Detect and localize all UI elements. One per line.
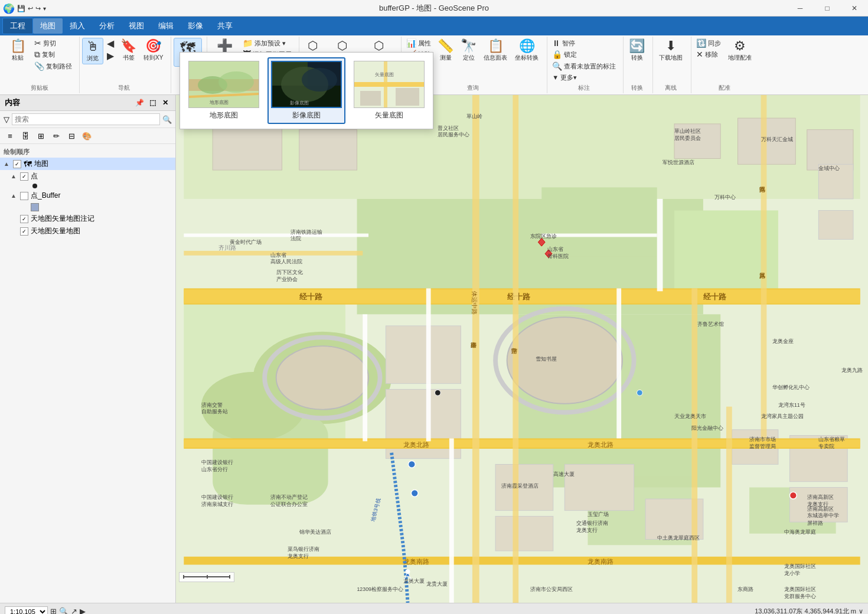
- paste-btn[interactable]: 📋 粘贴: [5, 38, 31, 63]
- layer-db-btn[interactable]: 🗄: [19, 130, 32, 142]
- svg-text:万科中心: 万科中心: [714, 194, 736, 200]
- bookmark-btn[interactable]: 🔖 书签: [118, 38, 139, 63]
- basemap-dropdown: 地形底图 地形底图 影像底图 影像底图: [180, 52, 433, 129]
- undo-btn[interactable]: ↩: [28, 5, 33, 12]
- svg-rect-16: [360, 91, 381, 106]
- menu-map[interactable]: 地图: [33, 18, 63, 34]
- remove-georef-btn[interactable]: ✕ 移除: [694, 49, 723, 60]
- svg-text:阳光金融中心: 阳光金融中心: [691, 425, 723, 431]
- layer-edit-btn[interactable]: ✏: [50, 130, 63, 142]
- sidebar-float-btn[interactable]: ⬚: [147, 97, 158, 108]
- svg-rect-63: [472, 95, 479, 603]
- clipboard-label: 剪贴板: [5, 83, 74, 92]
- tianditu-label-check[interactable]: ✓: [20, 215, 28, 223]
- georef-label: 地理配准: [728, 54, 752, 61]
- statusbar-icon-play[interactable]: ▶: [80, 607, 86, 614]
- svg-rect-67: [691, 289, 697, 603]
- statusbar-icon-arrow[interactable]: ↗: [71, 607, 77, 614]
- attributes-btn[interactable]: 📊 属性: [404, 38, 433, 48]
- menu-imagery[interactable]: 影像: [181, 18, 210, 34]
- save-btn[interactable]: 💾: [17, 5, 25, 12]
- copy-btn[interactable]: ⧉ 复制: [32, 49, 74, 60]
- svg-text:公证联合办公室: 公证联合办公室: [270, 501, 308, 507]
- tianditu-map-check[interactable]: ✓: [20, 227, 28, 236]
- search-icon[interactable]: 🔍: [162, 115, 172, 124]
- layer-item-tianditu-map[interactable]: ✓ 天地图矢量地图: [0, 225, 175, 237]
- expand-map-icon[interactable]: ▲: [4, 161, 11, 167]
- copy-path-btn[interactable]: 📎 复制路径: [32, 61, 74, 71]
- copy-icon: ⧉: [34, 50, 40, 58]
- attributes-icon: 📊: [406, 39, 416, 47]
- forward-btn[interactable]: ▶: [105, 50, 116, 62]
- sync-btn[interactable]: 🔃 同步: [694, 38, 723, 48]
- redo-btn[interactable]: ↪: [35, 5, 41, 12]
- select-icon: ⬡: [308, 40, 318, 51]
- basemap-vector[interactable]: 矢量底图 矢量底图: [350, 57, 428, 124]
- layer-item-map[interactable]: ▲ ✓ 🗺 地图: [0, 158, 175, 170]
- svg-text:齐川路: 齐川路: [218, 244, 236, 251]
- download-map-btn[interactable]: ⬇ 下载地图: [655, 38, 686, 63]
- back-btn[interactable]: ◀: [105, 38, 116, 50]
- cut-btn[interactable]: ✂ 剪切: [32, 38, 74, 48]
- map-check[interactable]: ✓: [13, 160, 21, 168]
- maximize-btn[interactable]: □: [814, 0, 841, 17]
- layer-color-btn[interactable]: 🎨: [80, 130, 93, 142]
- menu-analysis[interactable]: 分析: [92, 18, 122, 34]
- add-preset-btn[interactable]: 📁 添加预设 ▾: [240, 38, 294, 48]
- tianditu-label-name: 天地图矢量地图注记: [31, 214, 94, 224]
- scale-selector[interactable]: 1:10,105 1:5,000 1:25,000 1:50,000: [5, 606, 48, 614]
- basemap-satellite[interactable]: 影像底图 影像底图: [267, 57, 345, 124]
- add-data-icon: ➕: [217, 40, 233, 53]
- svg-text:经十路: 经十路: [299, 292, 323, 301]
- close-btn[interactable]: ✕: [841, 0, 868, 17]
- satellite-thumbnail: 影像底图: [271, 61, 342, 108]
- measure-btn[interactable]: 📏 测量: [435, 38, 456, 63]
- expand-buffer-icon[interactable]: ▲: [11, 192, 18, 199]
- layer-group-btn[interactable]: ⊟: [65, 130, 78, 142]
- coord-convert-btn[interactable]: 🌐 坐标转换: [511, 38, 542, 63]
- basemap-topo[interactable]: 地形底图 地形底图: [185, 57, 263, 124]
- select-attr-icon: ⬡: [337, 40, 347, 51]
- customize-btn[interactable]: ▾: [43, 5, 46, 12]
- points-check[interactable]: ✓: [20, 172, 28, 181]
- convert-buttons: 🔄 转换: [626, 38, 648, 83]
- minimize-btn[interactable]: ─: [787, 0, 814, 17]
- svg-text:产业协会: 产业协会: [276, 276, 298, 282]
- sidebar-close-btn[interactable]: ✕: [160, 97, 171, 108]
- map-canvas[interactable]: 经十路 经十路 经十路 龙奥北路 龙奥北路 龙奥南路 龙奥南路 柳廉路 菏宁路 …: [176, 95, 868, 603]
- svg-rect-15: [384, 61, 387, 108]
- svg-text:菜鸟银行济南: 菜鸟银行济南: [288, 546, 319, 552]
- layer-filter-btn[interactable]: ⊞: [34, 130, 47, 142]
- svg-text:骨科医院: 骨科医院: [547, 253, 569, 259]
- menu-edit[interactable]: 编辑: [151, 18, 181, 34]
- pause-btn[interactable]: ⏸ 智停: [550, 38, 618, 48]
- buffer-check[interactable]: [20, 192, 28, 200]
- lock-btn[interactable]: 🔒 锁定: [550, 49, 618, 60]
- goto-xy-btn[interactable]: 🎯 转到XY: [141, 38, 166, 63]
- menu-project[interactable]: 工程: [2, 18, 33, 34]
- layer-item-tianditu-label[interactable]: ✓ 天地图矢量地图注记: [0, 213, 175, 225]
- menu-insert[interactable]: 插入: [63, 18, 92, 34]
- browse-btn[interactable]: 🖱 浏览: [82, 38, 103, 64]
- expand-points-icon[interactable]: ▲: [11, 173, 18, 179]
- map-area[interactable]: 经十路 经十路 经十路 龙奥北路 龙奥北路 龙奥南路 龙奥南路 柳廉路 菏宁路 …: [176, 95, 868, 603]
- convert-btn[interactable]: 🔄 转换: [626, 38, 648, 63]
- sidebar-pin-btn[interactable]: 📌: [134, 97, 145, 108]
- search-input[interactable]: [12, 113, 160, 125]
- more-annotation-btn[interactable]: ▼ 更多▾: [550, 72, 618, 83]
- view-unplaced-btn[interactable]: 🔍 查看未放置的标注: [550, 61, 618, 71]
- statusbar-icon-grid[interactable]: ⊞: [50, 607, 57, 614]
- svg-text:体运中路: 体运中路: [471, 291, 478, 315]
- locate-btn[interactable]: 🔭 定位: [458, 38, 479, 63]
- layer-item-buffer[interactable]: ▲ 点_Buffer: [0, 190, 175, 202]
- menu-share[interactable]: 共享: [210, 18, 240, 34]
- info-table-btn[interactable]: 📋 信息面表: [481, 38, 510, 63]
- topo-thumbnail: 地形底图: [188, 61, 259, 108]
- layer-item-points[interactable]: ▲ ✓ 点: [0, 170, 175, 182]
- layer-list-btn[interactable]: ≡: [4, 130, 17, 142]
- menu-view[interactable]: 视图: [122, 18, 151, 34]
- georef-btn[interactable]: ⚙ 地理配准: [725, 38, 755, 63]
- svg-rect-65: [513, 95, 518, 603]
- expand-statusbar-icon[interactable]: ∨: [859, 608, 863, 614]
- statusbar-icon-zoomin[interactable]: 🔍: [59, 607, 68, 614]
